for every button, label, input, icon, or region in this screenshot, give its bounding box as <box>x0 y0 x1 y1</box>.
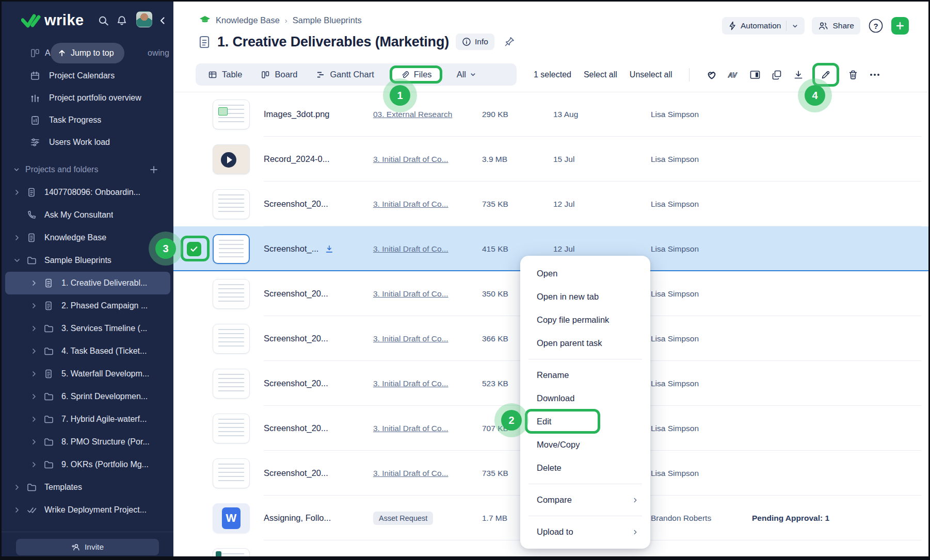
tab-board[interactable]: Board <box>261 70 297 79</box>
file-thumbnail[interactable] <box>213 369 250 399</box>
sidebar-item-project-portfolio-overview[interactable]: Project portfolio overview <box>2 87 173 109</box>
file-thumbnail[interactable] <box>213 279 250 309</box>
chevron-right-icon[interactable] <box>30 279 38 287</box>
chevron-right-icon[interactable] <box>13 483 21 491</box>
download-icon[interactable] <box>793 69 804 80</box>
sidebar-item-knowledge-base[interactable]: Knowledge Base <box>5 226 170 249</box>
user-avatar[interactable] <box>136 11 152 27</box>
tab-table[interactable]: Table <box>208 70 242 79</box>
sidebar-item-pmo-structure[interactable]: 8. PMO Structure (Por... <box>5 431 170 453</box>
menu-item-move-copy[interactable]: Move/Copy <box>520 433 650 456</box>
chevron-down-icon[interactable] <box>792 23 798 29</box>
files-filter-dropdown[interactable]: All <box>457 70 476 79</box>
chevron-right-icon[interactable] <box>30 460 38 469</box>
sidebar-item-creative-deliverables[interactable]: 1. Creative Deliverabl... <box>5 272 170 294</box>
file-row[interactable]: Record_2024-0... 3. Initial Draft of Co.… <box>173 137 928 182</box>
menu-item-copy-file-permalink[interactable]: Copy file permalink <box>520 308 650 332</box>
chevron-right-icon[interactable] <box>30 415 38 423</box>
trash-icon[interactable] <box>847 69 859 80</box>
file-thumbnail[interactable] <box>213 324 250 354</box>
menu-item-open-parent-task[interactable]: Open parent task <box>520 332 650 355</box>
parent-task-link[interactable]: 3. Initial Draft of Co... <box>373 200 448 208</box>
parent-task-link[interactable]: 3. Initial Draft of Co... <box>373 379 448 388</box>
chevron-right-icon[interactable] <box>30 347 38 355</box>
row-checkbox-checked[interactable] <box>187 242 201 256</box>
compare-panels-icon[interactable] <box>749 69 761 80</box>
file-row[interactable]: Screenshot_20... 3. Initial Draft of Co.… <box>173 182 928 226</box>
menu-item-edit[interactable]: Edit <box>520 410 650 433</box>
task-badge[interactable]: Asset Request <box>373 512 433 525</box>
unselect-all-link[interactable]: Unselect all <box>630 70 672 79</box>
add-project-plus-icon[interactable] <box>149 164 159 175</box>
parent-task-link[interactable]: 3. Initial Draft of Co... <box>373 289 448 298</box>
chevron-down-icon[interactable] <box>13 256 21 265</box>
duplicate-icon[interactable] <box>771 69 782 80</box>
tab-gantt-chart[interactable]: Gantt Chart <box>316 70 374 79</box>
chevron-right-icon[interactable] <box>30 324 38 333</box>
file-thumbnail[interactable] <box>213 548 250 557</box>
menu-item-upload-to[interactable]: Upload to <box>520 520 650 543</box>
sidebar-item-wrike-deployment-project[interactable]: Wrike Deployment Project... <box>5 499 170 521</box>
help-icon[interactable]: ? <box>868 18 884 34</box>
info-button[interactable]: Info <box>456 34 494 50</box>
proofing-heart-icon[interactable] <box>706 69 717 80</box>
menu-item-open[interactable]: Open <box>520 262 650 285</box>
sidebar-item-ask-my-consultant[interactable]: Ask My Consultant <box>5 204 170 226</box>
search-icon[interactable] <box>97 14 110 27</box>
chevron-right-icon[interactable] <box>13 234 21 242</box>
file-thumbnail[interactable] <box>213 458 250 488</box>
parent-task-link[interactable]: 3. Initial Draft of Co... <box>373 469 448 477</box>
tab-files[interactable]: Files <box>390 65 442 84</box>
select-all-link[interactable]: Select all <box>584 70 617 79</box>
parent-task-link[interactable]: 03. External Research <box>373 110 452 119</box>
sidebar-item-onboarding[interactable]: 1407708096: Onboardin... <box>5 181 170 204</box>
sidebar-item-okrs[interactable]: 9. OKRs (Portfolio Mg... <box>5 453 170 476</box>
notifications-bell-icon[interactable] <box>115 14 129 27</box>
breadcrumb-knowledge-base[interactable]: Knowledge Base <box>216 15 280 25</box>
invite-button[interactable]: Invite <box>16 539 159 555</box>
sidebar-section-projects-and-folders[interactable]: Projects and folders <box>2 158 173 181</box>
menu-item-compare[interactable]: Compare <box>520 488 650 512</box>
parent-task-link[interactable]: 3. Initial Draft of Co... <box>373 424 448 433</box>
sidebar-item-sprint-development[interactable]: 6. Sprint Developmen... <box>5 385 170 408</box>
sidebar-item-sample-blueprints[interactable]: Sample Blueprints <box>5 249 170 272</box>
jump-to-top-tooltip[interactable]: Jump to top <box>51 43 124 63</box>
menu-item-download[interactable]: Download <box>520 387 650 410</box>
sidebar-item-templates[interactable]: Templates <box>5 476 170 499</box>
file-thumbnail[interactable] <box>213 414 250 443</box>
sidebar-item-services-timeline[interactable]: 3. Services Timeline (... <box>5 317 170 340</box>
breadcrumb-sample-blueprints[interactable]: Sample Blueprints <box>293 15 362 25</box>
sidebar-item-task-based[interactable]: 4. Task Based (Ticket... <box>5 340 170 363</box>
sidebar-item-partial[interactable]: A owing Jump to top <box>2 42 173 64</box>
sidebar-item-users-work-load[interactable]: Users Work load <box>2 131 173 154</box>
word-file-icon[interactable] <box>213 503 250 533</box>
parent-task-link[interactable]: 3. Initial Draft of Co... <box>373 155 448 163</box>
wrike-logo[interactable]: wrike <box>21 12 84 29</box>
file-thumbnail[interactable] <box>213 189 250 219</box>
video-thumbnail[interactable] <box>213 144 250 174</box>
menu-item-rename[interactable]: Rename <box>520 364 650 387</box>
file-thumbnail[interactable] <box>213 234 250 264</box>
edit-pencil-icon[interactable] <box>812 63 839 87</box>
sidebar-item-waterfall-development[interactable]: 5. Waterfall Developm... <box>5 363 170 385</box>
chevron-right-icon[interactable] <box>30 392 38 401</box>
parent-task-link[interactable]: 3. Initial Draft of Co... <box>373 244 448 253</box>
sidebar-item-hybrid-agile-waterfall[interactable]: 7. Hybrid Agile-waterf... <box>5 408 170 431</box>
pin-icon[interactable] <box>501 34 518 50</box>
menu-item-open-in-new-tab[interactable]: Open in new tab <box>520 285 650 308</box>
file-thumbnail[interactable] <box>213 100 250 129</box>
approvals-av-icon[interactable]: AV <box>728 69 739 80</box>
chevron-right-icon[interactable] <box>30 302 38 310</box>
sidebar-item-task-progress[interactable]: Task Progress <box>2 109 173 131</box>
menu-item-delete[interactable]: Delete <box>520 456 650 480</box>
chevron-right-icon[interactable] <box>30 370 38 378</box>
sidebar-item-phased-campaign[interactable]: 2. Phased Campaign ... <box>5 294 170 317</box>
automation-button[interactable]: Automation <box>722 17 805 35</box>
row-download-icon[interactable] <box>325 244 334 254</box>
task-badge[interactable]: Asset Request <box>373 556 433 557</box>
share-button[interactable]: Share <box>812 17 860 35</box>
chevron-right-icon[interactable] <box>13 506 21 514</box>
chevron-right-icon[interactable] <box>13 188 21 196</box>
more-options-icon[interactable] <box>869 69 880 80</box>
sidebar-item-project-calendars[interactable]: Project Calendars <box>2 64 173 87</box>
